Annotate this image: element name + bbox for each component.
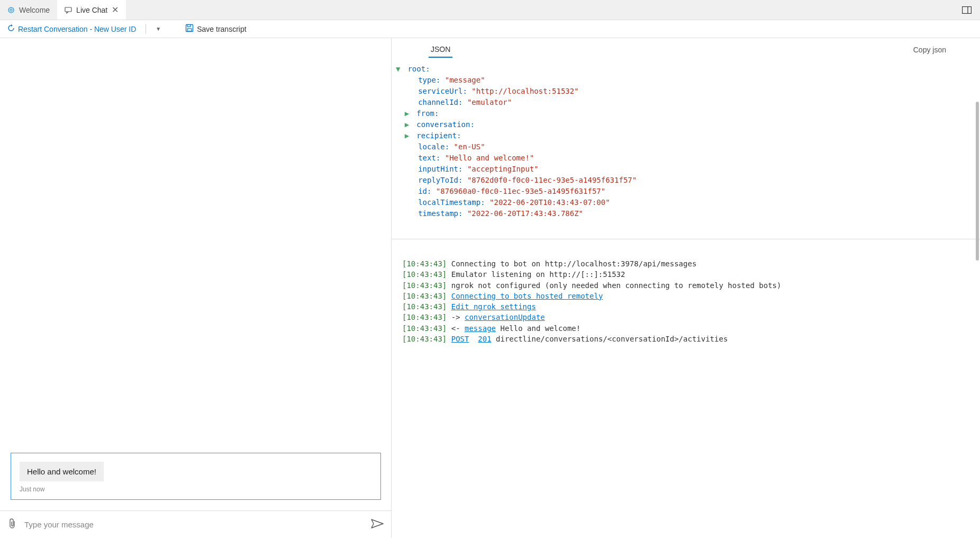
svg-rect-7	[187, 29, 192, 31]
message-bubble: Hello and welcome!	[20, 462, 104, 481]
split-panel-icon[interactable]	[954, 0, 980, 20]
tab-welcome[interactable]: Welcome	[0, 0, 57, 20]
log-text: <-	[447, 324, 465, 333]
log-text: Hello and welcome!	[496, 324, 580, 333]
divider	[146, 24, 146, 34]
caret-right-icon[interactable]: ▶	[405, 130, 412, 141]
log-text: ngrok not configured (only needed when c…	[447, 281, 781, 290]
refresh-icon	[7, 24, 15, 33]
log-timestamp: [10:43:43]	[402, 324, 447, 333]
svg-rect-3	[963, 6, 972, 13]
caret-right-icon[interactable]: ▶	[405, 119, 412, 130]
svg-rect-6	[187, 25, 190, 27]
log-timestamp: [10:43:43]	[402, 302, 447, 311]
log-timestamp: [10:43:43]	[402, 270, 447, 279]
log-line: [10:43:43] <- message Hello and welcome!	[402, 323, 969, 334]
composer	[0, 510, 391, 538]
chat-history: Hello and welcome! Just now	[0, 38, 391, 510]
log-timestamp: [10:43:43]	[402, 292, 447, 300]
log-text: ->	[447, 313, 465, 321]
log-line: [10:43:43] Edit ngrok settings	[402, 301, 969, 312]
log-timestamp: [10:43:43]	[402, 281, 447, 290]
save-transcript-button[interactable]: Save transcript	[185, 24, 246, 34]
scrollbar[interactable]	[976, 102, 979, 261]
tab-label: Live Chat	[76, 6, 107, 14]
send-icon[interactable]	[371, 519, 384, 530]
log-line: [10:43:43] Connecting to bots hosted rem…	[402, 291, 969, 301]
log-link[interactable]: POST	[451, 335, 469, 343]
toolbar: Restart Conversation - New User ID ▼ Sav…	[0, 20, 980, 38]
attachment-icon[interactable]	[7, 518, 17, 531]
svg-point-0	[8, 7, 14, 13]
log-text	[469, 335, 478, 343]
log-text: directline/conversations/<conversationId…	[492, 335, 728, 343]
restart-conversation-button[interactable]: Restart Conversation - New User ID	[7, 24, 136, 33]
log-link[interactable]: 201	[478, 335, 491, 343]
json-viewer[interactable]: ▼ root: type: "message" serviceUrl: "htt…	[392, 61, 980, 239]
svg-rect-2	[65, 7, 71, 12]
log-timestamp: [10:43:43]	[402, 335, 447, 343]
caret-right-icon[interactable]: ▶	[405, 108, 412, 119]
log-line: [10:43:43] Connecting to bot on http://l…	[402, 258, 969, 269]
log-line: [10:43:43] -> conversationUpdate	[402, 312, 969, 322]
log-text: Emulator listening on http://[::]:51532	[447, 270, 625, 279]
close-icon[interactable]: ✕	[112, 5, 119, 15]
message-timestamp: Just now	[20, 486, 372, 493]
log-link[interactable]: message	[465, 324, 496, 333]
log-line: [10:43:43] POST 201 directline/conversat…	[402, 334, 969, 344]
json-header: JSON Copy json	[392, 38, 980, 61]
circle-icon	[7, 6, 15, 14]
log-text	[447, 292, 451, 300]
log-line: [10:43:43] ngrok not configured (only ne…	[402, 280, 969, 291]
message-input[interactable]	[24, 520, 364, 529]
save-icon	[185, 24, 194, 34]
chat-icon	[65, 6, 72, 14]
copy-json-button[interactable]: Copy json	[913, 46, 967, 54]
chat-column: Hello and welcome! Just now	[0, 38, 392, 538]
log-text	[447, 302, 451, 311]
log-link[interactable]: Edit ngrok settings	[451, 302, 536, 311]
chevron-down-icon[interactable]: ▼	[156, 26, 161, 32]
restart-label: Restart Conversation - New User ID	[18, 25, 136, 33]
message-card[interactable]: Hello and welcome! Just now	[11, 453, 381, 500]
log-text	[447, 335, 451, 343]
save-label: Save transcript	[197, 25, 246, 33]
main: Hello and welcome! Just now JSON Copy js…	[0, 38, 980, 538]
log-text: Connecting to bot on http://localhost:39…	[447, 259, 696, 268]
tab-bar: Welcome Live Chat ✕	[0, 0, 980, 20]
svg-point-1	[10, 9, 12, 11]
log-timestamp: [10:43:43]	[402, 259, 447, 268]
log-link[interactable]: Connecting to bots hosted remotely	[451, 292, 603, 300]
caret-down-icon[interactable]: ▼	[396, 64, 403, 75]
log-link[interactable]: conversationUpdate	[465, 313, 545, 321]
log-line: [10:43:43] Emulator listening on http://…	[402, 269, 969, 280]
log-panel[interactable]: [10:43:43] Connecting to bot on http://l…	[392, 239, 980, 538]
inspector-column: JSON Copy json ▼ root: type: "message" s…	[392, 38, 980, 538]
tab-live-chat[interactable]: Live Chat ✕	[57, 0, 126, 20]
log-timestamp: [10:43:43]	[402, 313, 447, 321]
json-tab[interactable]: JSON	[429, 42, 452, 58]
tab-label: Welcome	[19, 6, 50, 14]
